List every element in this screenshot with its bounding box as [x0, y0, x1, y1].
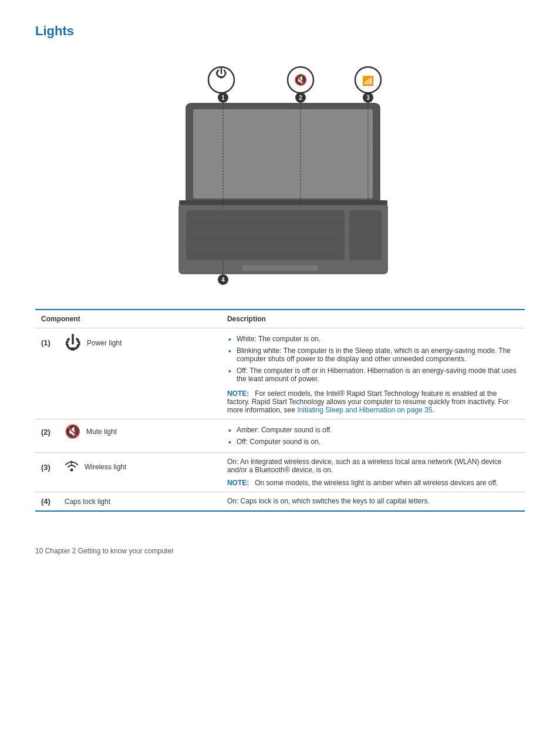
svg-text:🔇: 🔇 — [294, 73, 308, 86]
component-name-4: Caps lock light — [65, 498, 110, 506]
component-name-3: Wireless light — [85, 463, 126, 471]
row-number-2: (2) — [41, 428, 59, 436]
svg-text:1: 1 — [221, 95, 225, 101]
component-name-1: Power light — [87, 339, 122, 347]
component-table: Component Description (1) ⏻ Power light … — [35, 309, 525, 512]
component-cell-2: (2) 🔇 Mute light — [35, 419, 221, 453]
svg-text:4: 4 — [221, 277, 225, 283]
description-cell-2: Amber: Computer sound is off. Off: Compu… — [221, 419, 525, 453]
laptop-svg: ⏻ 1 🔇 2 📶 3 — [127, 51, 433, 291]
col-header-component: Component — [35, 310, 221, 328]
component-cell-4: (4) Caps lock light — [35, 492, 221, 512]
desc-item: Amber: Computer sound is off. — [227, 424, 519, 436]
component-name-2: Mute light — [86, 428, 117, 436]
svg-text:2: 2 — [299, 95, 302, 101]
description-cell-3: On: An integrated wireless device, such … — [221, 453, 525, 492]
table-row: (2) 🔇 Mute light Amber: Computer sound i… — [35, 419, 525, 453]
desc-item: Off: The computer is off or in Hibernati… — [227, 365, 519, 385]
svg-text:3: 3 — [366, 95, 370, 101]
svg-text:📶: 📶 — [362, 75, 374, 86]
svg-rect-23 — [179, 200, 387, 205]
plain-desc-3: On: An integrated wireless device, such … — [227, 458, 519, 474]
svg-rect-22 — [349, 210, 382, 260]
wireless-icon — [63, 458, 80, 476]
laptop-diagram: ⏻ 1 🔇 2 📶 3 — [35, 51, 525, 291]
component-cell-1: (1) ⏻ Power light — [35, 328, 221, 419]
note-label-3: NOTE: — [227, 479, 249, 487]
svg-rect-13 — [193, 109, 373, 199]
component-cell-3: (3) Wireless light — [35, 453, 221, 492]
row-number-4: (4) — [41, 497, 59, 506]
row-number-3: (3) — [41, 463, 59, 472]
desc-list-2: Amber: Computer sound is off. Off: Compu… — [227, 424, 519, 448]
svg-point-30 — [70, 469, 73, 472]
table-row: (1) ⏻ Power light White: The computer is… — [35, 328, 525, 419]
note-link-1[interactable]: Initiating Sleep and Hibernation on page… — [297, 406, 432, 414]
note-3: NOTE: On some models, the wireless light… — [227, 479, 519, 487]
page-footer: 10 Chapter 2 Getting to know your comput… — [35, 547, 525, 555]
note-label-1: NOTE: — [227, 389, 249, 398]
description-cell-4: On: Caps lock is on, which switches the … — [221, 492, 525, 512]
desc-item: Blinking white: The computer is in the S… — [227, 345, 519, 365]
col-header-description: Description — [221, 310, 525, 328]
svg-text:⏻: ⏻ — [215, 66, 227, 79]
plain-desc-4: On: Caps lock is on, which switches the … — [227, 497, 519, 505]
desc-item: Off: Computer sound is on. — [227, 436, 519, 448]
table-row: (3) Wireless light On: An integrated wir — [35, 453, 525, 492]
note-1: NOTE: For select models, the Intel® Rapi… — [227, 389, 519, 414]
mute-icon: 🔇 — [65, 424, 80, 439]
page-title: Lights — [35, 23, 525, 39]
svg-rect-21 — [242, 265, 318, 271]
row-number-1: (1) — [41, 338, 59, 347]
desc-list-1: White: The computer is on. Blinking whit… — [227, 333, 519, 385]
description-cell-1: White: The computer is on. Blinking whit… — [221, 328, 525, 419]
power-icon: ⏻ — [65, 333, 81, 352]
desc-item: White: The computer is on. — [227, 333, 519, 345]
table-row: (4) Caps lock light On: Caps lock is on,… — [35, 492, 525, 512]
